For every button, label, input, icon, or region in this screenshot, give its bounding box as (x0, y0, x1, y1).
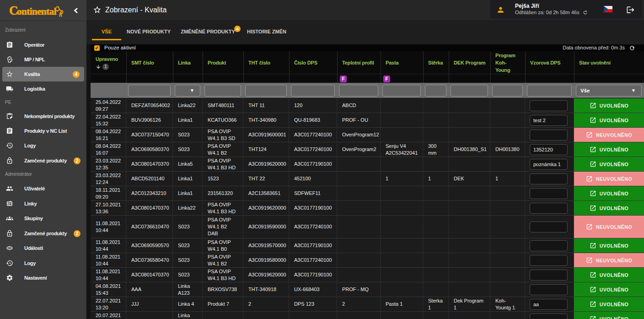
svg-text:ontinental: ontinental (17, 6, 57, 17)
